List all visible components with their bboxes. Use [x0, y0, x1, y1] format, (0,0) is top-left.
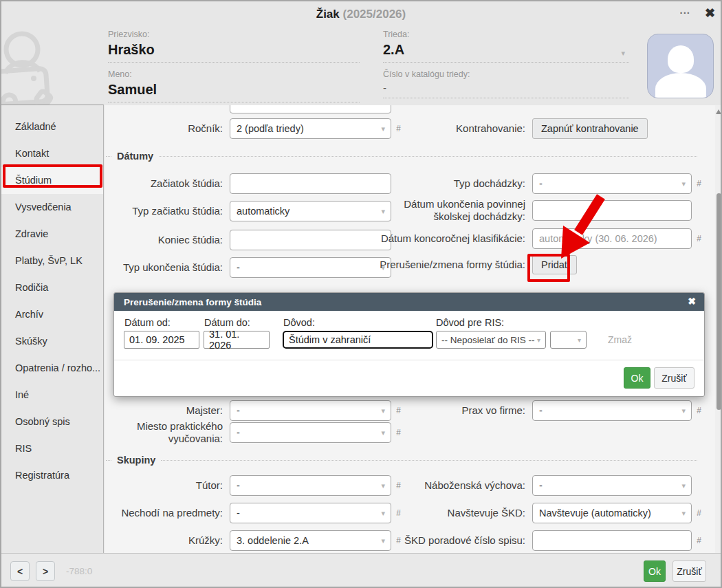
- prax-vo-firme-select[interactable]: -▾: [532, 400, 692, 421]
- trieda-label: Trieda:: [383, 30, 629, 39]
- pridat-button[interactable]: Pridať: [532, 255, 577, 274]
- sidebar-item-vysvedcenia[interactable]: Vysvedčenia: [1, 194, 103, 221]
- typ-dochadzky-select[interactable]: -▾: [532, 173, 692, 194]
- section-skupiny-title: Skupiny: [117, 455, 155, 466]
- more-options-button[interactable]: ...: [679, 4, 690, 16]
- hash-marker: #: [697, 536, 701, 545]
- sidebar-item-kontakt[interactable]: Kontakt: [1, 140, 103, 167]
- katalog-cislo-value[interactable]: -: [383, 82, 629, 94]
- trieda-select[interactable]: 2.A: [383, 42, 629, 58]
- nechodi-na-predmety-select[interactable]: -▾: [230, 503, 391, 523]
- student-dialog-window: Žiak (2025/2026) ... ✖ Priezvisko: Hrašk…: [0, 0, 722, 588]
- datum-koncorocnej-row: Dátum koncoročnej klasifikácie: automati…: [380, 228, 701, 249]
- dovod-input[interactable]: Štúdim v zahraničí: [283, 331, 433, 349]
- datum-do-input[interactable]: 31. 01. 2026: [204, 331, 270, 349]
- navstevuje-skd-label: Navštevuje ŠKD:: [380, 507, 525, 519]
- miesto-praktickeho-select[interactable]: -▾: [230, 422, 391, 443]
- section-datumy: Dátumy: [106, 151, 697, 162]
- close-icon[interactable]: ✖: [705, 6, 715, 21]
- scroll-up-icon[interactable]: [716, 109, 721, 114]
- kruzky-row: Krúžky: 3. oddelenie 2.A▾ #: [98, 530, 401, 551]
- hash-marker: #: [396, 428, 401, 437]
- typ-ukoncenia-select[interactable]: -▾: [230, 257, 391, 278]
- modal-ok-button[interactable]: Ok: [624, 367, 650, 389]
- chevron-down-icon: ▾: [681, 481, 686, 490]
- kruzky-label: Krúžky:: [98, 534, 223, 547]
- sidebar-item-opatrenia[interactable]: Opatrenia / rozho...: [1, 355, 103, 382]
- datum-koncorocnej-input[interactable]: automaticky (30. 06. 2026): [532, 228, 692, 249]
- student-header: Priezvisko: Hraško Trieda: 2.A ▾ Meno: S…: [1, 25, 721, 105]
- modal-cancel-button[interactable]: Zrušiť: [654, 367, 694, 389]
- sidebar-item-ris[interactable]: RIS: [1, 435, 103, 462]
- prax-vo-firme-row: Prax vo firme: -▾ #: [380, 400, 701, 421]
- typ-zaciatku-select[interactable]: automaticky▾: [230, 201, 391, 221]
- zapnut-kontrahovanie-button[interactable]: Zapnúť kontrahovanie: [532, 118, 648, 139]
- priezvisko-value[interactable]: Hraško: [108, 42, 360, 58]
- footer-cancel-button[interactable]: Zrušiť: [672, 560, 706, 582]
- skd-cislo-spisu-input[interactable]: [532, 530, 692, 551]
- skd-cislo-spisu-label: ŠKD poradové číslo spisu:: [380, 534, 525, 547]
- trieda-field: Trieda: 2.A ▾: [383, 30, 629, 63]
- sidebar-item-archiv[interactable]: Archív: [1, 301, 103, 328]
- modal-close-icon[interactable]: ✖: [688, 296, 696, 307]
- scrollbar-thumb[interactable]: [716, 193, 721, 410]
- footer-ok-button[interactable]: Ok: [644, 560, 666, 582]
- navstevuje-skd-select[interactable]: Navštevuje (automaticky)▾: [532, 503, 692, 523]
- zaciatok-studia-input[interactable]: [230, 173, 391, 194]
- chevron-down-icon: ▾: [681, 406, 686, 415]
- section-skupiny: Skupiny: [106, 455, 697, 466]
- typ-ukoncenia-label: Typ ukončenia štúdia:: [98, 261, 223, 274]
- chevron-down-icon: ▾: [681, 509, 686, 518]
- majster-select[interactable]: -▾: [230, 400, 391, 421]
- miesto-praktickeho-label: Miesto praktického vyučovania:: [98, 420, 223, 445]
- nabozenska-vychova-select[interactable]: -▾: [532, 475, 692, 496]
- zmaz-link[interactable]: Zmaž: [608, 334, 632, 345]
- window-title: Žiak (2025/2026): [1, 8, 721, 21]
- sidebar-item-platby[interactable]: Platby, ŠvP, LK: [1, 248, 103, 274]
- katalog-cislo-field: Číslo v katalógu triedy: -: [383, 69, 629, 98]
- clipped-top-field[interactable]: [230, 105, 391, 113]
- hash-marker: #: [697, 179, 701, 188]
- prev-record-button[interactable]: <: [10, 561, 30, 581]
- datum-koncorocnej-label: Dátum koncoročnej klasifikácie:: [380, 232, 525, 245]
- kruzky-select[interactable]: 3. oddelenie 2.A▾: [230, 530, 391, 551]
- nabozenska-vychova-row: Náboženská výchova: -▾: [380, 475, 692, 496]
- dovod-pre-ris-select[interactable]: -- Neposielať do RIS --▾: [436, 331, 546, 349]
- chevron-down-icon: ▾: [578, 336, 581, 344]
- sidebar-item-ine[interactable]: Iné: [1, 382, 103, 409]
- typ-dochadzky-row: Typ dochádzky: -▾ #: [380, 173, 701, 194]
- datum-ukoncenia-povinnej-label: Dátum ukončenia povinnej školskej dochád…: [380, 198, 525, 223]
- chevron-down-icon: ▾: [537, 336, 540, 344]
- footer-bar: < > -788:0 Ok Zrušiť: [1, 553, 721, 588]
- kontrahovanie-row: Kontrahovanie: Zapnúť kontrahovanie: [380, 118, 648, 139]
- sidebar-item-studium[interactable]: Štúdium: [1, 167, 103, 194]
- sidebar-item-skusky[interactable]: Skúšky: [1, 328, 103, 355]
- meno-value[interactable]: Samuel: [108, 82, 360, 98]
- priezvisko-field: Priezvisko: Hraško: [108, 30, 360, 63]
- katalog-cislo-label: Číslo v katalógu triedy:: [383, 69, 629, 79]
- datum-ukoncenia-povinnej-row: Dátum ukončenia povinnej školskej dochád…: [380, 198, 692, 223]
- sidebar-item-rodicia[interactable]: Rodičia: [1, 274, 103, 301]
- modal-separator: [114, 360, 704, 360]
- student-photo-placeholder[interactable]: [647, 34, 714, 98]
- prax-vo-firme-label: Prax vo firme:: [380, 404, 525, 417]
- sidebar-item-osobny-spis[interactable]: Osobný spis: [1, 409, 103, 435]
- datum-ukoncenia-povinnej-input[interactable]: [532, 200, 692, 221]
- chevron-down-icon[interactable]: ▾: [621, 49, 625, 58]
- meno-label: Meno:: [108, 69, 360, 79]
- tutor-label: Tútor:: [98, 479, 223, 492]
- ris-extra-select[interactable]: ▾: [550, 331, 587, 349]
- next-record-button[interactable]: >: [36, 561, 55, 581]
- record-position-text: -788:0: [66, 566, 92, 576]
- sidebar-item-zakladne[interactable]: Základné: [1, 113, 103, 140]
- hash-marker: #: [697, 406, 701, 415]
- rocnik-select[interactable]: 2 (podľa triedy)▾: [230, 118, 391, 139]
- koniec-studia-input[interactable]: [230, 230, 391, 250]
- zaciatok-studia-label: Začiatok štúdia:: [98, 177, 223, 190]
- sidebar-item-zdravie[interactable]: Zdravie: [1, 221, 103, 248]
- majster-label: Majster:: [98, 404, 223, 417]
- koniec-studia-label: Koniec štúdia:: [98, 234, 223, 246]
- sidebar-item-registratura[interactable]: Registratúra: [1, 462, 103, 489]
- tutor-select[interactable]: -▾: [230, 475, 391, 496]
- datum-od-input[interactable]: 01. 09. 2025: [124, 331, 199, 349]
